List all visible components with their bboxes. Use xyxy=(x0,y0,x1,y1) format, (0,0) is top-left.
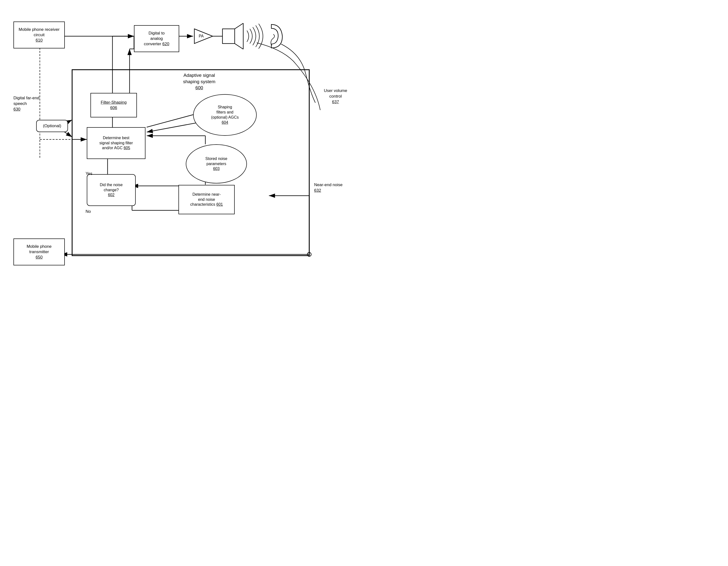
shaping-filters-box: Shapingfilters and(optional) AGCs 604 xyxy=(193,94,257,136)
mobile-receiver-ref: 610 xyxy=(36,38,43,43)
user-volume-text: User volumecontrol xyxy=(324,88,347,99)
filter-shaping-label: Filter-Shaping xyxy=(101,100,127,105)
digital-far-end-text: Digital far-endspeech xyxy=(13,96,39,106)
noise-change-label: Did the noisechange? xyxy=(100,183,122,192)
shaping-filters-ref: 604 xyxy=(222,120,228,124)
stored-noise-box: Stored noiseparameters 603 xyxy=(186,144,247,183)
noise-change-ref: 602 xyxy=(108,193,115,197)
stored-noise-ref: 603 xyxy=(213,166,220,171)
filter-shaping-box: Filter-Shaping 606 xyxy=(90,93,137,117)
mobile-transmitter-label: Mobile phonetransmitter xyxy=(27,244,52,254)
svg-line-12 xyxy=(235,44,243,49)
digital-far-end-label: Digital far-endspeech 630 xyxy=(13,95,54,112)
stored-noise-label: Stored noiseparameters xyxy=(205,156,227,166)
near-end-noise-ref-ext: 632 xyxy=(314,188,321,193)
mobile-transmitter-box: Mobile phonetransmitter 650 xyxy=(13,238,65,265)
user-volume-ref: 637 xyxy=(332,99,339,104)
adaptive-system-text: Adaptive signalshaping system xyxy=(183,73,215,84)
mobile-receiver-label: Mobile phone receiver circuit xyxy=(19,27,59,37)
svg-marker-7 xyxy=(194,29,213,44)
adaptive-system-ref: 600 xyxy=(195,85,203,90)
adaptive-system-label: Adaptive signalshaping system 600 xyxy=(171,72,227,91)
near-end-noise-text: Near-end noise xyxy=(314,182,342,187)
user-volume-label: User volumecontrol 637 xyxy=(315,88,356,105)
digital-far-end-ref: 630 xyxy=(13,107,20,111)
dac-box: Digital toanalogconverter 620 xyxy=(134,25,179,52)
near-end-noise-box: Determine near-end noisecharacteristics … xyxy=(178,185,235,214)
near-end-noise-ref: 601 xyxy=(216,202,223,206)
yes-label: Yes xyxy=(86,171,92,176)
shaping-filters-label: Shapingfilters and(optional) AGCs xyxy=(211,105,239,119)
mobile-receiver-box: Mobile phone receiver circuit 610 xyxy=(13,22,65,48)
svg-line-11 xyxy=(235,23,243,29)
svg-point-31 xyxy=(307,252,311,256)
optional-box: (Optional) xyxy=(36,120,68,132)
diagram-container: PA xyxy=(0,0,364,283)
filter-shaping-ref: 606 xyxy=(110,105,117,110)
determine-best-box: Determine bestsignal shaping filterand/o… xyxy=(87,127,145,159)
noise-change-box: Did the noisechange? 602 xyxy=(87,174,136,206)
svg-text:PA: PA xyxy=(199,34,204,38)
dac-ref: 620 xyxy=(162,42,169,46)
dac-label: Digital toanalogconverter xyxy=(144,31,165,46)
near-end-noise-label-ext: Near-end noise 632 xyxy=(314,182,356,193)
svg-rect-10 xyxy=(222,29,235,44)
optional-label: (Optional) xyxy=(43,123,61,129)
mobile-transmitter-ref: 650 xyxy=(36,255,43,259)
no-label: No xyxy=(86,209,91,214)
determine-best-ref: 605 xyxy=(124,146,130,150)
